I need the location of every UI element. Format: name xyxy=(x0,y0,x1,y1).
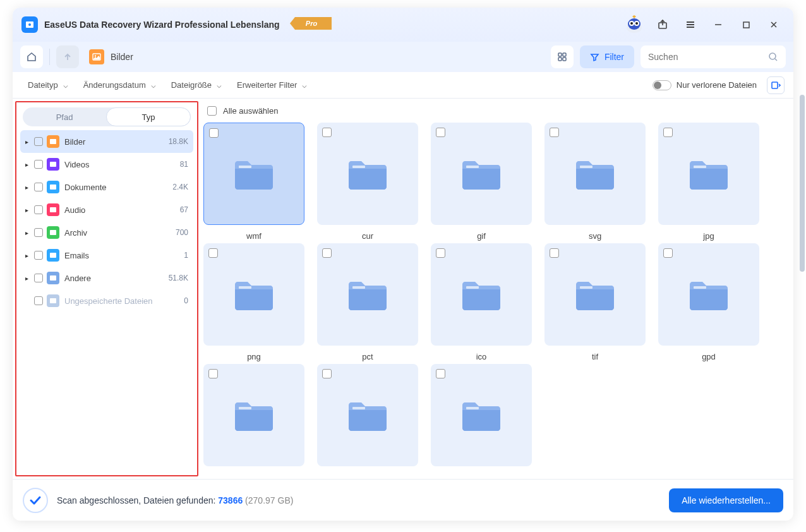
tree-item-label: Andere xyxy=(64,274,166,283)
up-button[interactable] xyxy=(56,45,79,68)
folder-thumb[interactable]: gif xyxy=(431,123,532,241)
folder-thumb[interactable]: gpd xyxy=(658,243,759,361)
folder-thumb[interactable] xyxy=(431,364,532,473)
thumb-checkbox[interactable] xyxy=(550,248,559,258)
tab-path[interactable]: Pfad xyxy=(23,107,106,126)
category-icon xyxy=(47,294,59,307)
expand-arrow-icon[interactable]: ▸ xyxy=(25,252,32,259)
share-button[interactable] xyxy=(652,14,673,35)
folder-thumb[interactable]: tif xyxy=(544,243,646,361)
tree-item-count: 81 xyxy=(180,160,188,169)
filter-modified[interactable]: Änderungsdatum⌵ xyxy=(77,80,162,90)
thumb-checkbox[interactable] xyxy=(208,248,218,258)
tree-checkbox[interactable] xyxy=(34,205,43,214)
close-button[interactable] xyxy=(763,14,785,35)
expand-arrow-icon[interactable]: ▸ xyxy=(25,275,32,282)
sidebar-item-videos[interactable]: ▸Videos81 xyxy=(20,153,193,176)
category-icon xyxy=(47,226,59,239)
expand-arrow-icon[interactable]: ▸ xyxy=(25,184,32,191)
folder-grid: wmfcurgifsvgjpgpngpcticotifgpd xyxy=(198,123,793,479)
maximize-button[interactable] xyxy=(735,14,757,35)
thumb-checkbox[interactable] xyxy=(436,248,445,258)
sidebar-item-emails[interactable]: ▸Emails1 xyxy=(20,244,193,267)
tree-checkbox[interactable] xyxy=(34,137,43,146)
tree-item-label: Bilder xyxy=(64,137,166,147)
app-title: EaseUS Data Recovery Wizard Professional… xyxy=(44,20,280,30)
category-icon xyxy=(47,272,59,284)
select-all-label: Alle auswählen xyxy=(223,106,278,116)
folder-thumb[interactable]: png xyxy=(203,243,304,361)
expand-arrow-icon[interactable]: ▸ xyxy=(25,207,32,214)
folder-thumb[interactable]: cur xyxy=(317,123,418,241)
svg-rect-12 xyxy=(743,22,749,28)
filter-advanced[interactable]: Erweiterter Filter⌵ xyxy=(231,80,313,90)
thumb-checkbox[interactable] xyxy=(209,128,219,138)
rescan-button[interactable] xyxy=(767,76,785,94)
app-logo-icon xyxy=(21,16,38,33)
svg-text:Pro: Pro xyxy=(305,20,317,27)
sidebar-item-ungespeicherte-dateien[interactable]: Ungespeicherte Dateien0 xyxy=(20,289,193,312)
folder-thumb[interactable]: svg xyxy=(544,123,646,241)
svg-rect-37 xyxy=(580,286,592,289)
tree-item-count: 2.4K xyxy=(172,183,188,191)
sidebar-item-dokumente[interactable]: ▸Dokumente2.4K xyxy=(20,176,193,198)
tree-checkbox[interactable] xyxy=(34,160,43,169)
thumb-checkbox[interactable] xyxy=(550,128,559,137)
tree-checkbox[interactable] xyxy=(34,274,43,282)
folder-thumb[interactable]: ico xyxy=(431,243,532,361)
folder-thumb[interactable] xyxy=(203,364,304,473)
expand-arrow-icon[interactable]: ▸ xyxy=(25,138,32,145)
folder-thumb[interactable]: wmf xyxy=(203,123,304,241)
search-input[interactable] xyxy=(648,52,768,62)
sidebar-item-bilder[interactable]: ▸Bilder18.8K xyxy=(20,130,193,153)
svg-rect-36 xyxy=(466,286,479,289)
thumb-checkbox[interactable] xyxy=(663,248,673,258)
view-toggle-button[interactable] xyxy=(551,45,574,68)
thumb-checkbox[interactable] xyxy=(663,128,673,137)
filter-button[interactable]: Filter xyxy=(580,45,634,68)
thumb-label: svg xyxy=(589,231,601,241)
folder-thumb[interactable] xyxy=(317,364,418,473)
tree-checkbox[interactable] xyxy=(34,228,43,237)
tree-item-count: 51.8K xyxy=(169,274,188,282)
filter-size[interactable]: Dateigröße⌵ xyxy=(165,80,228,90)
thumb-checkbox[interactable] xyxy=(436,369,445,378)
search-input-container[interactable] xyxy=(641,45,786,68)
tree-checkbox[interactable] xyxy=(34,296,43,305)
select-all-row: Alle auswählen xyxy=(198,99,793,123)
folder-thumb[interactable]: jpg xyxy=(658,123,759,241)
sidebar-item-archiv[interactable]: ▸Archiv700 xyxy=(20,221,193,244)
scrollbar[interactable] xyxy=(800,95,805,449)
svg-rect-23 xyxy=(50,184,56,190)
svg-rect-41 xyxy=(466,407,479,409)
recover-all-button[interactable]: Alle wiederherstellen... xyxy=(669,488,783,512)
thumb-checkbox[interactable] xyxy=(322,369,332,378)
tab-type[interactable]: Typ xyxy=(106,107,191,126)
footer: Scan abgeschlossen, Dateien gefunden: 73… xyxy=(13,479,793,521)
home-button[interactable] xyxy=(20,45,43,68)
lost-only-toggle[interactable]: Nur verlorene Dateien xyxy=(653,80,757,90)
svg-rect-22 xyxy=(50,162,56,167)
thumb-checkbox[interactable] xyxy=(322,128,332,137)
expand-arrow-icon[interactable]: ▸ xyxy=(25,161,32,168)
menu-button[interactable] xyxy=(680,14,701,35)
tree-checkbox[interactable] xyxy=(34,183,43,191)
thumb-label: gif xyxy=(477,231,486,241)
tree-item-label: Dokumente xyxy=(64,183,170,192)
folder-thumb[interactable]: pct xyxy=(317,243,418,361)
minimize-button[interactable] xyxy=(707,14,729,35)
thumb-checkbox[interactable] xyxy=(322,248,332,258)
expand-arrow-icon[interactable]: ▸ xyxy=(25,229,32,236)
svg-rect-29 xyxy=(239,166,251,168)
tree-checkbox[interactable] xyxy=(34,251,43,260)
sidebar-item-andere[interactable]: ▸Andere51.8K xyxy=(20,267,193,289)
toggle-switch[interactable] xyxy=(653,80,671,90)
filter-filetype[interactable]: Dateityp⌵ xyxy=(21,80,75,90)
select-all-checkbox[interactable] xyxy=(207,106,217,116)
sidebar-item-audio[interactable]: ▸Audio67 xyxy=(20,198,193,221)
thumb-checkbox[interactable] xyxy=(436,128,445,137)
svg-rect-20 xyxy=(772,82,778,88)
pro-badge: Pro xyxy=(290,17,332,32)
thumb-checkbox[interactable] xyxy=(208,369,218,378)
thumb-label: tif xyxy=(592,352,598,361)
